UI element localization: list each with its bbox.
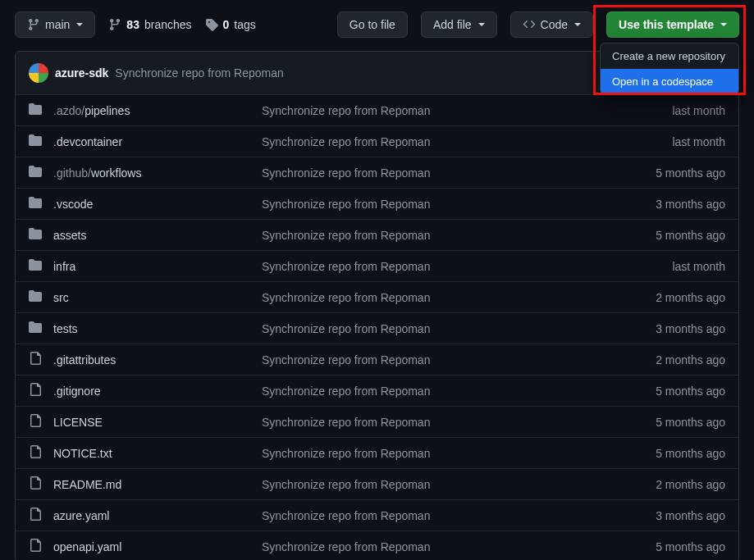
file-icon [29, 508, 42, 523]
file-commit-message[interactable]: Synchronize repo from Repoman [262, 540, 644, 553]
table-row: NOTICE.txtSynchronize repo from Repoman5… [16, 437, 738, 468]
file-commit-message[interactable]: Synchronize repo from Repoman [262, 322, 644, 335]
file-date: 3 months ago [656, 322, 725, 335]
table-row: testsSynchronize repo from Repoman3 mont… [16, 312, 738, 344]
folder-icon [29, 134, 42, 149]
table-row: assetsSynchronize repo from Repoman5 mon… [16, 219, 738, 250]
file-date: 5 months ago [656, 540, 725, 553]
file-name[interactable]: README.md [53, 478, 250, 491]
code-icon [523, 18, 536, 31]
file-name[interactable]: azure.yaml [53, 509, 250, 522]
file-date: 5 months ago [656, 166, 725, 180]
folder-icon [29, 102, 42, 118]
file-date: 2 months ago [656, 353, 725, 367]
code-button[interactable]: Code [510, 11, 593, 38]
file-list-box: azure-sdk Synchronize repo from Repoman … [15, 51, 739, 560]
commit-author[interactable]: azure-sdk [55, 66, 108, 80]
table-row: infraSynchronize repo from Repomanlast m… [16, 250, 738, 281]
file-list: .azdo/pipelinesSynchronize repo from Rep… [16, 95, 738, 560]
avatar[interactable] [29, 63, 48, 83]
file-commit-message[interactable]: Synchronize repo from Repoman [262, 416, 644, 429]
table-row: .azdo/pipelinesSynchronize repo from Rep… [16, 95, 738, 125]
file-commit-message[interactable]: Synchronize repo from Repoman [262, 291, 644, 304]
caret-down-icon [720, 23, 727, 26]
file-name[interactable]: infra [53, 260, 250, 273]
code-label: Code [541, 18, 568, 31]
add-file-label: Add file [433, 18, 472, 31]
use-template-button[interactable]: Use this template [606, 11, 739, 38]
file-name[interactable]: assets [53, 229, 250, 242]
folder-icon [29, 227, 42, 243]
folder-icon [29, 196, 42, 212]
file-date: 5 months ago [656, 447, 725, 460]
add-file-button[interactable]: Add file [421, 11, 497, 38]
table-row: .vscodeSynchronize repo from Repoman3 mo… [16, 188, 738, 219]
repo-toolbar: main 83 branches 0 tags Go to file Add f… [15, 11, 739, 38]
folder-icon [29, 289, 42, 305]
file-date: 2 months ago [656, 478, 725, 491]
tags-count: 0 [223, 18, 230, 31]
file-date: 5 months ago [656, 385, 725, 398]
tags-link[interactable]: 0 tags [205, 18, 256, 31]
file-name[interactable]: .devcontainer [53, 135, 250, 148]
file-name[interactable]: .github/workflows [53, 166, 250, 180]
branch-select-button[interactable]: main [15, 11, 95, 38]
file-commit-message[interactable]: Synchronize repo from Repoman [262, 104, 660, 117]
use-template-label: Use this template [619, 18, 714, 31]
go-to-file-button[interactable]: Go to file [337, 11, 408, 38]
folder-icon [29, 165, 42, 180]
file-name[interactable]: NOTICE.txt [53, 447, 250, 460]
file-name[interactable]: LICENSE [53, 416, 250, 429]
tag-icon [205, 18, 218, 31]
file-name[interactable]: .azdo/pipelines [53, 104, 250, 117]
file-commit-message[interactable]: Synchronize repo from Repoman [262, 229, 644, 242]
branch-icon [108, 18, 121, 31]
file-commit-message[interactable]: Synchronize repo from Repoman [262, 509, 644, 522]
file-name[interactable]: .gitignore [53, 385, 250, 398]
file-date: 5 months ago [656, 229, 725, 242]
file-commit-message[interactable]: Synchronize repo from Repoman [262, 260, 660, 273]
file-date: last month [672, 135, 725, 148]
file-date: last month [672, 104, 725, 117]
file-icon [29, 539, 42, 554]
file-date: last month [672, 260, 725, 273]
file-commit-message[interactable]: Synchronize repo from Repoman [262, 478, 644, 491]
file-commit-message[interactable]: Synchronize repo from Repoman [262, 447, 644, 460]
dropdown-item[interactable]: Create a new repository [601, 43, 738, 69]
file-icon [29, 352, 42, 367]
file-commit-message[interactable]: Synchronize repo from Repoman [262, 135, 660, 148]
caret-down-icon [574, 23, 581, 26]
branches-label: branches [144, 18, 192, 31]
branch-icon [27, 18, 40, 31]
file-icon [29, 383, 42, 398]
table-row: azure.yamlSynchronize repo from Repoman3… [16, 499, 738, 530]
branches-count: 83 [126, 18, 139, 31]
file-name[interactable]: .gitattributes [53, 353, 250, 367]
branch-name: main [45, 18, 70, 31]
file-date: 5 months ago [656, 416, 725, 429]
file-icon [29, 414, 42, 430]
folder-icon [29, 321, 42, 336]
caret-down-icon [76, 23, 83, 26]
file-commit-message[interactable]: Synchronize repo from Repoman [262, 353, 644, 367]
table-row: .gitignoreSynchronize repo from Repoman5… [16, 375, 738, 406]
tags-label: tags [234, 18, 255, 31]
file-name[interactable]: tests [53, 322, 250, 335]
file-name[interactable]: openapi.yaml [53, 540, 250, 553]
file-icon [29, 476, 42, 492]
file-commit-message[interactable]: Synchronize repo from Repoman [262, 166, 644, 180]
file-name[interactable]: .vscode [53, 198, 250, 211]
table-row: openapi.yamlSynchronize repo from Repoma… [16, 530, 738, 560]
branches-link[interactable]: 83 branches [108, 18, 191, 31]
table-row: .github/workflowsSynchronize repo from R… [16, 157, 738, 188]
use-template-dropdown: Create a new repositoryOpen in a codespa… [600, 43, 739, 95]
file-date: 3 months ago [656, 198, 725, 211]
commit-message[interactable]: Synchronize repo from Repoman [115, 66, 283, 80]
caret-down-icon [478, 23, 485, 26]
file-name[interactable]: src [53, 291, 250, 304]
table-row: .devcontainerSynchronize repo from Repom… [16, 125, 738, 157]
dropdown-item[interactable]: Open in a codespace [601, 69, 738, 94]
file-commit-message[interactable]: Synchronize repo from Repoman [262, 385, 644, 398]
file-date: 3 months ago [656, 509, 725, 522]
file-commit-message[interactable]: Synchronize repo from Repoman [262, 198, 644, 211]
